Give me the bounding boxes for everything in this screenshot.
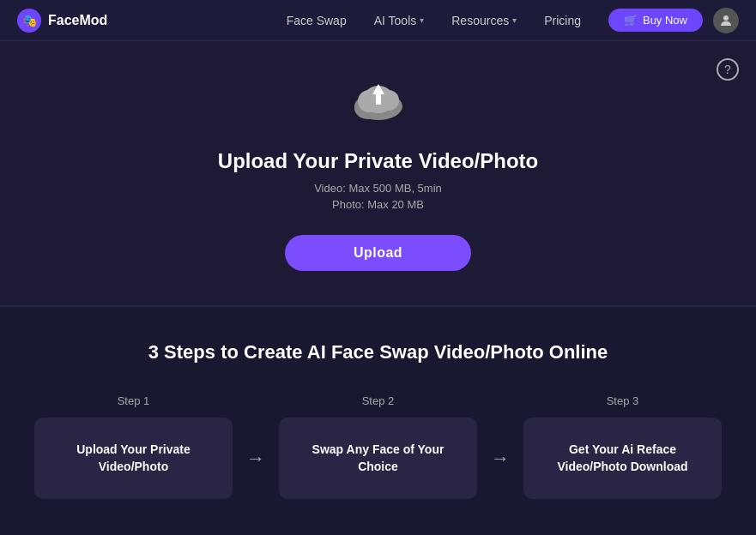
step-3-card: Get Your Ai Reface Video/Photo Download bbox=[523, 418, 722, 499]
upload-sub-photo: Photo: Max 20 MB bbox=[332, 198, 424, 211]
nav-links: Face Swap AI Tools ▾ Resources ▾ Pricing bbox=[287, 14, 581, 27]
upload-title: Upload Your Private Video/Photo bbox=[218, 149, 538, 173]
steps-section: 3 Steps to Create AI Face Swap Video/Pho… bbox=[0, 307, 756, 535]
buy-now-button[interactable]: 🛒 Buy Now bbox=[608, 9, 703, 32]
steps-title: 3 Steps to Create AI Face Swap Video/Pho… bbox=[34, 341, 722, 364]
nav-link-face-swap[interactable]: Face Swap bbox=[287, 14, 347, 27]
chevron-down-icon: ▾ bbox=[420, 15, 424, 25]
nav-link-resources[interactable]: Resources ▾ bbox=[451, 14, 517, 27]
nav-actions: 🛒 Buy Now bbox=[608, 8, 739, 33]
step-1-label: Step 1 bbox=[118, 394, 150, 407]
step-3-block: Step 3 Get Your Ai Reface Video/Photo Do… bbox=[523, 394, 722, 499]
upload-section: ? Upload Your Private Video/Photo Video:… bbox=[0, 41, 756, 307]
arrow-icon-1: → bbox=[246, 448, 265, 478]
logo[interactable]: 🎭 FaceMod bbox=[17, 9, 107, 33]
cloud-upload-icon bbox=[344, 75, 413, 134]
step-2-label: Step 2 bbox=[362, 394, 395, 407]
step-2-block: Step 2 Swap Any Face of Your Choice bbox=[279, 394, 477, 499]
step-1-block: Step 1 Upload Your Private Video/Photo bbox=[34, 394, 233, 499]
upload-button[interactable]: Upload bbox=[285, 235, 471, 271]
cart-icon: 🛒 bbox=[624, 14, 638, 27]
nav-link-pricing[interactable]: Pricing bbox=[544, 14, 581, 27]
upload-sub-video: Video: Max 500 MB, 5min bbox=[314, 182, 442, 195]
step-2-card: Swap Any Face of Your Choice bbox=[279, 418, 477, 499]
svg-point-0 bbox=[723, 15, 729, 21]
chevron-down-icon: ▾ bbox=[512, 15, 517, 25]
step-3-label: Step 3 bbox=[607, 394, 639, 407]
avatar[interactable] bbox=[713, 8, 739, 33]
nav-link-ai-tools[interactable]: AI Tools ▾ bbox=[374, 14, 425, 27]
help-icon[interactable]: ? bbox=[717, 58, 739, 81]
logo-text: FaceMod bbox=[48, 13, 107, 28]
navbar: 🎭 FaceMod Face Swap AI Tools ▾ Resources… bbox=[0, 0, 756, 41]
step-1-card: Upload Your Private Video/Photo bbox=[34, 418, 233, 499]
steps-container: Step 1 Upload Your Private Video/Photo →… bbox=[34, 394, 722, 499]
arrow-icon-2: → bbox=[491, 448, 510, 478]
logo-icon: 🎭 bbox=[17, 9, 41, 33]
